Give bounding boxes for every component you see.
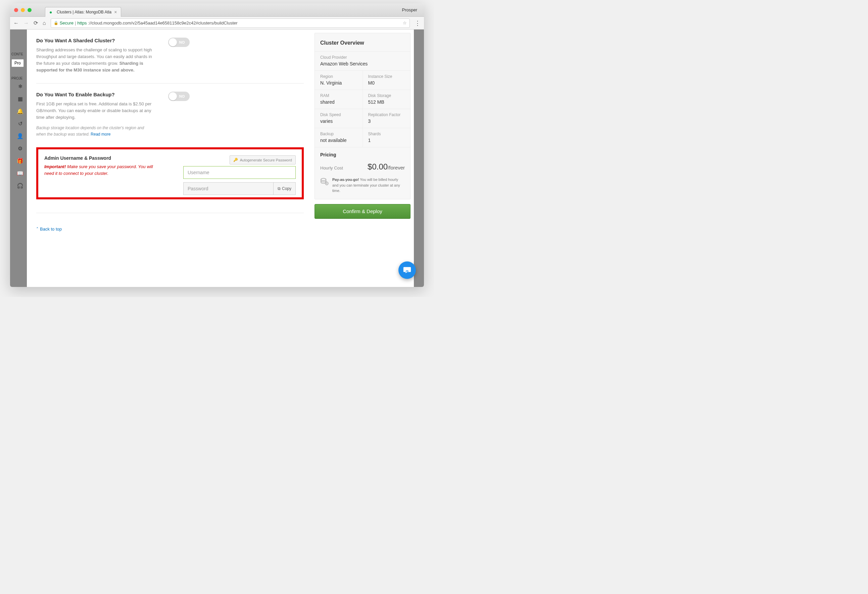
copy-icon: ⧉	[278, 186, 280, 191]
page-viewport: CONTE Pro PROJE ❄ ▦ 🔔 ↺ 👤 ⚙ 🎁 📖 🎧 Do You…	[10, 29, 424, 287]
overview-instance: Instance Size M0	[363, 71, 410, 90]
footer-divider	[36, 213, 304, 213]
tab-title: Clusters | Atlas: MongoDB Atla	[57, 10, 111, 15]
snowflake-icon: ❄	[18, 83, 22, 90]
backup-section: Do You Want To Enable Backup? First 1GB …	[36, 91, 304, 138]
gear-icon: ⚙	[18, 145, 22, 152]
browser-tab[interactable]: ● Clusters | Atlas: MongoDB Atla ×	[45, 7, 121, 17]
home-button[interactable]: ⌂	[43, 20, 46, 26]
overview-speed: Disk Speed varies	[315, 109, 363, 128]
overview-provider: Cloud Provider Amazon Web Services	[315, 52, 410, 71]
backup-note: Backup storage location depends on the c…	[36, 125, 154, 137]
chevron-up-icon: ˄	[36, 227, 38, 231]
back-to-top-link[interactable]: ˄ Back to top	[36, 227, 304, 231]
overview-disk: Disk Storage 512 MB	[363, 90, 410, 109]
password-input[interactable]	[183, 182, 273, 195]
close-window-button[interactable]	[14, 8, 18, 12]
overview-column: Cluster Overview Cloud Provider Amazon W…	[313, 29, 414, 287]
browser-window: ● Clusters | Atlas: MongoDB Atla × Prosp…	[10, 3, 424, 287]
backup-body: First 1GB per replica set is free. Addit…	[36, 101, 154, 121]
svg-point-0	[321, 178, 326, 181]
copy-password-button[interactable]: ⧉ Copy	[273, 182, 296, 195]
minimize-window-button[interactable]	[21, 8, 25, 12]
overview-backup: Backup not available	[315, 128, 363, 147]
tab-close-icon[interactable]: ×	[114, 9, 117, 15]
autogenerate-password-button[interactable]: 🔑 Autogenerate Secure Password	[230, 155, 296, 164]
overview-region: Region N. Virginia	[315, 71, 363, 90]
confirm-deploy-button[interactable]: Confirm & Deploy	[314, 204, 410, 219]
gift-icon: 🎁	[17, 158, 24, 164]
section-divider	[36, 83, 304, 84]
browser-titlebar: ● Clusters | Atlas: MongoDB Atla × Prosp…	[10, 3, 424, 17]
url-path: ://cloud.mongodb.com/v2/5a45aad14e658115…	[88, 21, 237, 25]
browser-profile[interactable]: Prosper	[402, 7, 420, 12]
user-icon: 👤	[17, 133, 24, 139]
backup-toggle[interactable]: NO	[168, 91, 190, 101]
overview-replication: Replication Factor 3	[363, 109, 410, 128]
mongodb-favicon: ●	[49, 10, 54, 15]
browser-toolbar: ← → ⟳ ⌂ 🔒 Secure | https://cloud.mongodb…	[10, 17, 424, 29]
build-cluster-modal: Do You Want A Sharded Cluster? Sharding …	[27, 29, 414, 287]
admin-warning: Important! Make sure you save your passw…	[44, 164, 155, 177]
bell-icon: 🔔	[17, 108, 24, 115]
sharding-body: Sharding addresses the challenge of scal…	[36, 47, 154, 74]
toggle-label: NO	[177, 94, 189, 98]
overview-shards: Shards 1	[363, 128, 410, 147]
window-controls	[14, 8, 31, 12]
back-button[interactable]: ←	[13, 20, 19, 26]
toggle-knob	[169, 38, 177, 46]
main-column: Do You Want A Sharded Cluster? Sharding …	[27, 29, 313, 287]
admin-credentials-section: Admin Username & Password Important! Mak…	[36, 147, 304, 199]
bg-sidebar: ❄ ▦ 🔔 ↺ 👤 ⚙ 🎁 📖 🎧	[13, 80, 27, 287]
hourly-cost-label: Hourly Cost	[320, 165, 343, 171]
read-more-link[interactable]: Read more	[91, 132, 111, 137]
overview-ram: RAM shared	[315, 90, 363, 109]
payg-note: Pay-as-you-go! You will be billed hourly…	[315, 177, 410, 199]
overview-title: Cluster Overview	[315, 33, 410, 52]
cluster-overview-panel: Cluster Overview Cloud Provider Amazon W…	[314, 33, 410, 199]
toggle-label: NO	[177, 40, 189, 44]
maximize-window-button[interactable]	[28, 8, 31, 12]
chat-widget-button[interactable]	[399, 261, 416, 279]
address-bar[interactable]: 🔒 Secure | https://cloud.mongodb.com/v2/…	[51, 18, 410, 28]
sharding-toggle[interactable]: NO	[168, 38, 190, 47]
reload-button[interactable]: ⟳	[34, 20, 38, 26]
credential-fields: ⧉ Copy	[183, 166, 296, 198]
secure-label: Secure	[60, 21, 74, 25]
pricing-section: Pricing	[315, 147, 410, 159]
price-value: $0.00/forever	[368, 162, 405, 171]
sharding-section: Do You Want A Sharded Cluster? Sharding …	[36, 38, 304, 74]
url-protocol: https	[77, 21, 87, 25]
bookmark-star-icon[interactable]: ☆	[403, 21, 407, 25]
grid-icon: ▦	[18, 96, 23, 102]
lock-icon: 🔒	[54, 21, 58, 25]
bg-context-label: CONTE	[12, 52, 23, 56]
browser-menu-icon[interactable]: ⋮	[415, 19, 421, 27]
toggle-knob	[169, 92, 177, 100]
key-icon: 🔑	[233, 158, 238, 162]
forward-button: →	[24, 20, 29, 26]
bg-project-dropdown: Pro	[12, 59, 24, 67]
price-row: Hourly Cost $0.00/forever	[315, 159, 410, 177]
username-input[interactable]	[183, 166, 296, 179]
book-icon: 📖	[17, 170, 24, 177]
coins-icon	[320, 177, 329, 194]
headset-icon: 🎧	[17, 183, 24, 189]
history-icon: ↺	[18, 121, 22, 127]
pricing-title: Pricing	[320, 152, 405, 158]
